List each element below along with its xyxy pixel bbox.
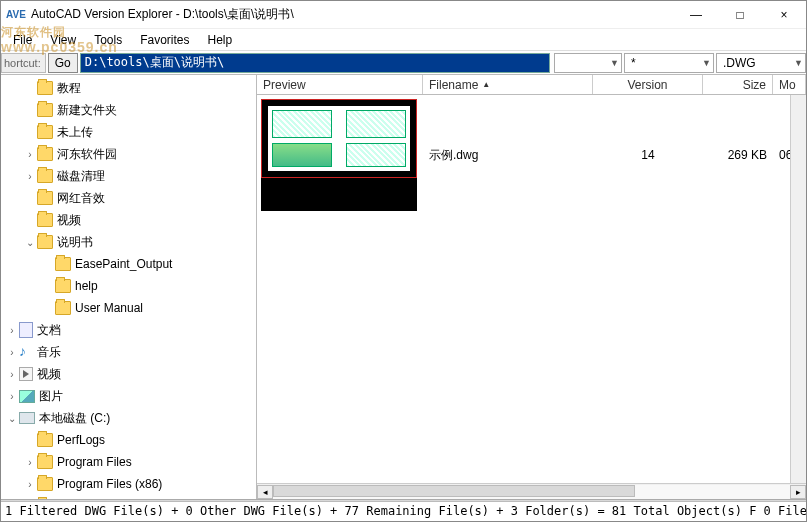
tree-label: EasePaint_Output xyxy=(75,257,172,271)
tree-label: 本地磁盘 (C:) xyxy=(39,410,110,427)
maximize-button[interactable]: □ xyxy=(718,1,762,29)
tree-item[interactable]: 新建文件夹 xyxy=(1,99,256,121)
tree-label: Program Files (x86) xyxy=(57,477,162,491)
folder-icon xyxy=(55,279,71,293)
tree-label: 网红音效 xyxy=(57,190,105,207)
sort-asc-icon: ▲ xyxy=(482,80,490,89)
col-mo[interactable]: Mo xyxy=(773,75,806,94)
folder-icon xyxy=(37,81,53,95)
tree-label: 新建文件夹 xyxy=(57,102,117,119)
app-icon: AVE xyxy=(7,6,25,24)
tree-item[interactable]: 教程 xyxy=(1,77,256,99)
folder-icon xyxy=(37,477,53,491)
tree-item[interactable]: ›文档 xyxy=(1,319,256,341)
tree-label: 图片 xyxy=(39,388,63,405)
expand-toggle[interactable]: › xyxy=(23,171,37,182)
tree-label: 未上传 xyxy=(57,124,93,141)
tree-item[interactable]: 网红音效 xyxy=(1,187,256,209)
window-title: AutoCAD Version Explorer - D:\tools\桌面\说… xyxy=(31,6,674,23)
menu-tools[interactable]: Tools xyxy=(86,31,130,49)
file-list: Preview Filename▲ Version Size Mo xyxy=(257,75,806,499)
tree-item[interactable]: ›磁盘清理 xyxy=(1,165,256,187)
col-preview[interactable]: Preview xyxy=(257,75,423,94)
expand-toggle[interactable]: › xyxy=(23,457,37,468)
titlebar: AVE AutoCAD Version Explorer - D:\tools\… xyxy=(1,1,806,29)
expand-toggle[interactable]: › xyxy=(23,479,37,490)
column-headers: Preview Filename▲ Version Size Mo xyxy=(257,75,806,95)
close-button[interactable]: × xyxy=(762,1,806,29)
menu-help[interactable]: Help xyxy=(200,31,241,49)
pic-icon xyxy=(19,390,35,403)
file-row[interactable]: 示例.dwg 14 269 KB 06 xyxy=(257,95,806,215)
scroll-track[interactable] xyxy=(273,485,790,499)
folder-tree[interactable]: 教程新建文件夹未上传›河东软件园›磁盘清理网红音效视频⌄说明书EasePaint… xyxy=(1,75,257,499)
expand-toggle[interactable]: › xyxy=(5,369,19,380)
video-icon xyxy=(19,367,33,381)
expand-toggle[interactable]: › xyxy=(5,325,19,336)
filter-wildcard[interactable]: *▼ xyxy=(624,53,714,73)
tree-label: 河东软件园 xyxy=(57,146,117,163)
expand-toggle[interactable]: › xyxy=(5,391,19,402)
tree-item[interactable]: ›河东软件园 xyxy=(1,143,256,165)
horizontal-scrollbar[interactable]: ◂ ▸ xyxy=(257,483,806,499)
tree-label: 视频 xyxy=(37,366,61,383)
scroll-thumb[interactable] xyxy=(273,485,635,497)
tree-item[interactable]: help xyxy=(1,275,256,297)
tree-label: User Manual xyxy=(75,301,143,315)
expand-toggle[interactable]: › xyxy=(23,149,37,160)
tree-item[interactable]: ›Program Files xyxy=(1,451,256,473)
tree-label: 教程 xyxy=(57,80,81,97)
path-input[interactable] xyxy=(80,53,550,73)
path-dropdown[interactable]: ▼ xyxy=(554,53,622,73)
scroll-left-button[interactable]: ◂ xyxy=(257,485,273,499)
filter-ext[interactable]: .DWG▼ xyxy=(716,53,806,73)
go-button[interactable]: Go xyxy=(48,53,78,73)
folder-icon xyxy=(37,235,53,249)
tree-item[interactable]: User Manual xyxy=(1,297,256,319)
scroll-right-button[interactable]: ▸ xyxy=(790,485,806,499)
menu-view[interactable]: View xyxy=(42,31,84,49)
folder-icon xyxy=(55,301,71,315)
thumbnail-blackbar xyxy=(261,178,417,211)
tree-label: Program Files xyxy=(57,455,132,469)
chevron-down-icon: ▼ xyxy=(794,58,803,68)
col-filename[interactable]: Filename▲ xyxy=(423,75,593,94)
folder-icon xyxy=(37,433,53,447)
expand-toggle[interactable]: ⌄ xyxy=(5,413,19,424)
folder-icon xyxy=(37,191,53,205)
expand-toggle[interactable]: › xyxy=(5,347,19,358)
shortcut-label: hortcut: xyxy=(1,53,46,73)
tree-item[interactable]: ›Program Files (x86) xyxy=(1,473,256,495)
preview-cell xyxy=(257,95,423,215)
tree-item[interactable]: ›tools xyxy=(1,495,256,499)
menubar: File View Tools Favorites Help xyxy=(1,29,806,51)
tree-item[interactable]: 未上传 xyxy=(1,121,256,143)
folder-icon xyxy=(37,125,53,139)
tree-item[interactable]: ›图片 xyxy=(1,385,256,407)
expand-toggle[interactable]: ⌄ xyxy=(23,237,37,248)
tree-item[interactable]: 视频 xyxy=(1,209,256,231)
filename-cell: 示例.dwg xyxy=(423,95,593,215)
folder-icon xyxy=(37,103,53,117)
menu-favorites[interactable]: Favorites xyxy=(132,31,197,49)
music-icon: ♪ xyxy=(19,344,33,360)
doc-icon xyxy=(19,322,33,338)
vertical-scrollbar[interactable] xyxy=(790,95,806,483)
tree-label: 磁盘清理 xyxy=(57,168,105,185)
folder-icon xyxy=(55,257,71,271)
tree-item[interactable]: ⌄本地磁盘 (C:) xyxy=(1,407,256,429)
tree-item[interactable]: EasePaint_Output xyxy=(1,253,256,275)
tree-item[interactable]: ›视频 xyxy=(1,363,256,385)
file-viewport[interactable]: 示例.dwg 14 269 KB 06 xyxy=(257,95,806,483)
tree-item[interactable]: ⌄说明书 xyxy=(1,231,256,253)
tree-item[interactable]: PerfLogs xyxy=(1,429,256,451)
col-size[interactable]: Size xyxy=(703,75,773,94)
col-version[interactable]: Version xyxy=(593,75,703,94)
main-area: 教程新建文件夹未上传›河东软件园›磁盘清理网红音效视频⌄说明书EasePaint… xyxy=(1,75,806,499)
tree-item[interactable]: ›♪音乐 xyxy=(1,341,256,363)
folder-icon xyxy=(37,455,53,469)
tree-label: 音乐 xyxy=(37,344,61,361)
minimize-button[interactable]: — xyxy=(674,1,718,29)
chevron-down-icon: ▼ xyxy=(702,58,711,68)
menu-file[interactable]: File xyxy=(5,31,40,49)
